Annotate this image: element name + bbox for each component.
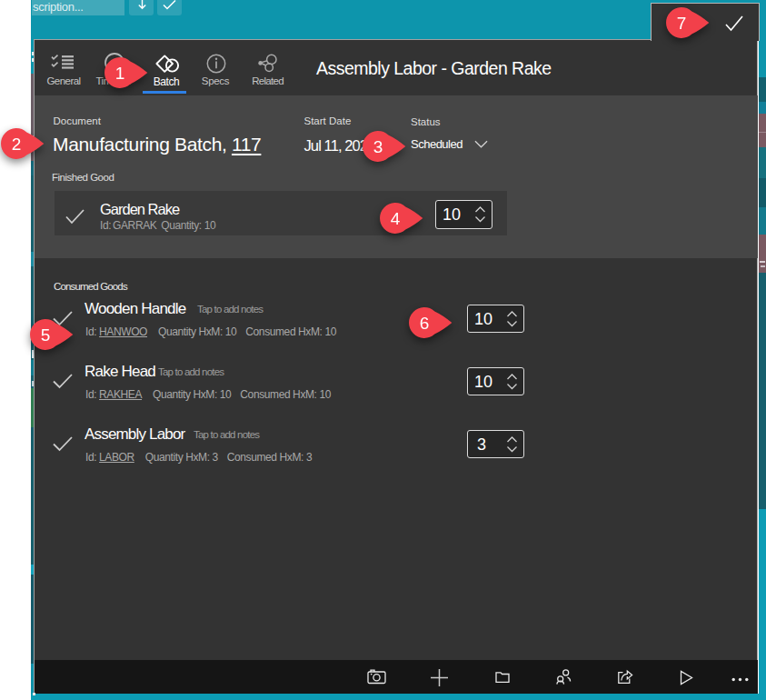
svg-text:4: 4 xyxy=(390,209,400,228)
svg-text:6: 6 xyxy=(420,313,430,332)
svg-text:5: 5 xyxy=(41,325,51,345)
svg-text:3: 3 xyxy=(373,137,383,156)
svg-text:7: 7 xyxy=(676,14,686,33)
svg-text:2: 2 xyxy=(11,134,21,153)
svg-text:1: 1 xyxy=(114,63,124,82)
